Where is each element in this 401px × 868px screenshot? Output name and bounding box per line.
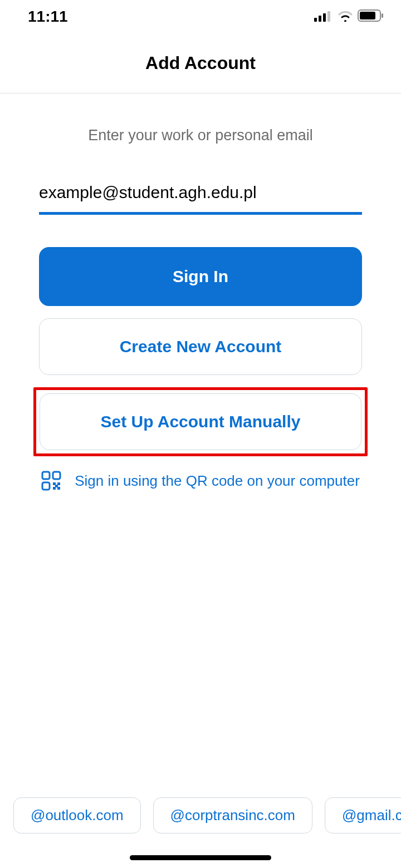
wifi-icon bbox=[338, 8, 353, 26]
qr-sign-in-label: Sign in using the QR code on your comput… bbox=[75, 472, 360, 490]
create-account-button[interactable]: Create New Account bbox=[39, 318, 362, 375]
instruction-text: Enter your work or personal email bbox=[39, 127, 362, 144]
domain-chip-gmail[interactable]: @gmail.c bbox=[325, 797, 401, 834]
svg-rect-1 bbox=[319, 16, 321, 22]
highlight-annotation: Set Up Account Manually bbox=[33, 387, 368, 456]
svg-rect-14 bbox=[55, 485, 58, 487]
setup-manually-button[interactable]: Set Up Account Manually bbox=[40, 393, 361, 450]
email-field[interactable] bbox=[39, 183, 362, 202]
status-time: 11:11 bbox=[28, 8, 68, 26]
create-account-label: Create New Account bbox=[120, 337, 282, 356]
domain-suggestion-bar: @outlook.com @corptransinc.com @gmail.c bbox=[0, 797, 401, 834]
svg-rect-2 bbox=[323, 13, 326, 22]
svg-rect-3 bbox=[327, 11, 330, 22]
svg-rect-6 bbox=[382, 13, 383, 18]
domain-chip-outlook[interactable]: @outlook.com bbox=[13, 797, 141, 834]
battery-icon bbox=[358, 8, 384, 26]
svg-rect-5 bbox=[360, 12, 375, 19]
setup-manually-label: Set Up Account Manually bbox=[101, 412, 301, 431]
qr-code-icon bbox=[41, 471, 61, 491]
sign-in-button[interactable]: Sign In bbox=[39, 247, 362, 306]
sign-in-label: Sign In bbox=[173, 267, 228, 286]
cellular-icon bbox=[314, 8, 333, 26]
status-indicators bbox=[314, 8, 384, 26]
nav-header: Add Account bbox=[0, 33, 401, 93]
status-bar: 11:11 bbox=[0, 0, 401, 33]
svg-rect-8 bbox=[53, 472, 60, 479]
svg-rect-7 bbox=[42, 472, 50, 479]
qr-sign-in-link[interactable]: Sign in using the QR code on your comput… bbox=[39, 471, 362, 491]
domain-chip-corptransinc[interactable]: @corptransinc.com bbox=[153, 797, 312, 834]
email-input-wrapper[interactable] bbox=[39, 183, 362, 215]
home-indicator[interactable] bbox=[130, 855, 271, 860]
svg-rect-0 bbox=[314, 18, 317, 22]
page-title: Add Account bbox=[145, 53, 256, 73]
svg-rect-9 bbox=[42, 482, 50, 490]
